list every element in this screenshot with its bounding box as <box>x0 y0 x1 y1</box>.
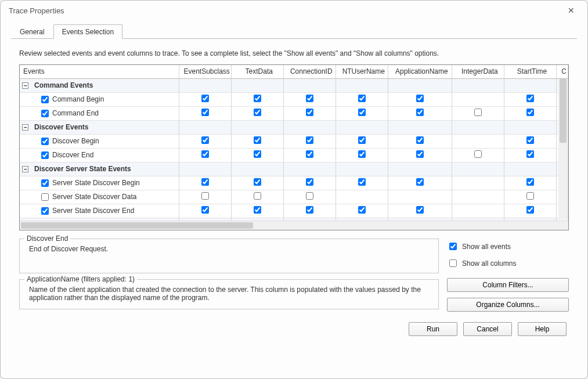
vertical-scrollbar-thumb[interactable] <box>560 79 567 143</box>
event-row[interactable]: Discover End <box>20 148 568 162</box>
cell-starttime-checkbox[interactable] <box>526 206 534 214</box>
cell-eventsubclass-checkbox[interactable] <box>201 206 209 214</box>
cell-starttime-checkbox[interactable] <box>526 192 534 200</box>
group-toggle-icon[interactable]: − <box>22 166 28 172</box>
column-buttons: Column Filters... Organize Columns... <box>447 277 569 313</box>
column-header-applicationname[interactable]: ApplicationName <box>388 65 452 78</box>
column-header-c[interactable]: C <box>556 65 568 78</box>
event-row-checkbox[interactable] <box>41 96 49 103</box>
show-all-columns-checkbox[interactable] <box>449 259 457 267</box>
cell-eventsubclass-checkbox[interactable] <box>201 136 209 144</box>
titlebar: Trace Properties ✕ <box>1 1 587 20</box>
column-header-events[interactable]: Events <box>20 65 179 78</box>
horizontal-scrollbar-thumb[interactable] <box>21 222 253 229</box>
cell-starttime-checkbox[interactable] <box>526 95 534 102</box>
cell-ntusername-checkbox[interactable] <box>358 150 366 158</box>
event-row[interactable]: Server State Discover Data <box>20 190 568 204</box>
event-row-label: Server State Discover Begin <box>52 179 140 187</box>
show-all-events-option[interactable]: Show all events <box>447 241 569 252</box>
event-row[interactable]: Command Begin <box>20 92 568 106</box>
column-header-starttime[interactable]: StartTime <box>504 65 556 78</box>
cell-ntusername-checkbox[interactable] <box>358 109 366 116</box>
cell-applicationname-checkbox[interactable] <box>416 109 424 116</box>
cell-connectionid-checkbox[interactable] <box>306 150 313 158</box>
events-grid: EventsEventSubclassTextDataConnectionIDN… <box>19 64 569 230</box>
cell-integerdata-checkbox-empty <box>452 204 504 218</box>
cell-connectionid-checkbox[interactable] <box>306 178 313 186</box>
cell-ntusername-checkbox[interactable] <box>358 206 366 214</box>
event-row[interactable]: Server State Discover End <box>20 204 568 218</box>
cell-starttime-checkbox[interactable] <box>526 109 534 116</box>
show-all-columns-option[interactable]: Show all columns <box>447 258 569 269</box>
cell-textdata-checkbox[interactable] <box>254 109 261 116</box>
cell-textdata-checkbox[interactable] <box>254 178 261 186</box>
cell-textdata-checkbox[interactable] <box>254 136 261 144</box>
column-filters-button[interactable]: Column Filters... <box>447 278 569 292</box>
event-description-box: Discover End End of Discover Request. <box>19 239 439 273</box>
cell-ntusername-checkbox[interactable] <box>358 178 366 186</box>
event-row[interactable]: Server State Discover Begin <box>20 176 568 190</box>
cell-ntusername-checkbox[interactable] <box>358 136 366 144</box>
cell-eventsubclass-checkbox[interactable] <box>201 109 209 116</box>
dialog-content: General Events Selection Review selected… <box>1 20 587 378</box>
cell-starttime-checkbox[interactable] <box>526 150 534 158</box>
vertical-scrollbar[interactable] <box>558 79 568 219</box>
cell-textdata-checkbox[interactable] <box>254 150 261 158</box>
organize-columns-button[interactable]: Organize Columns... <box>447 298 569 312</box>
tab-general[interactable]: General <box>11 24 53 39</box>
column-description-box: ApplicationName (filters applied: 1) Nam… <box>19 279 439 309</box>
event-row-checkbox[interactable] <box>41 207 49 215</box>
group-label: Discover Server State Events <box>34 165 131 173</box>
event-row-checkbox[interactable] <box>41 110 49 117</box>
cell-connectionid-checkbox[interactable] <box>306 95 313 102</box>
cell-starttime-checkbox[interactable] <box>526 136 534 144</box>
cancel-button[interactable]: Cancel <box>463 322 512 336</box>
cell-ntusername-checkbox[interactable] <box>358 95 366 102</box>
cell-textdata-checkbox[interactable] <box>254 192 261 200</box>
group-toggle-icon[interactable]: − <box>22 82 28 89</box>
cell-applicationname-checkbox[interactable] <box>416 206 424 214</box>
cell-eventsubclass-checkbox[interactable] <box>201 150 209 158</box>
cell-applicationname-checkbox[interactable] <box>416 150 424 158</box>
cell-connectionid-checkbox[interactable] <box>306 109 313 116</box>
horizontal-scrollbar[interactable] <box>20 221 568 230</box>
show-all-events-label: Show all events <box>462 243 511 251</box>
column-header-eventsubclass[interactable]: EventSubclass <box>179 65 231 78</box>
cell-starttime-checkbox[interactable] <box>526 178 534 186</box>
event-row-checkbox[interactable] <box>41 179 49 187</box>
cell-eventsubclass-checkbox[interactable] <box>201 192 209 200</box>
column-header-integerdata[interactable]: IntegerData <box>452 65 504 78</box>
event-row-checkbox[interactable] <box>41 193 49 201</box>
help-button[interactable]: Help <box>518 322 567 336</box>
show-all-columns-label: Show all columns <box>462 259 516 268</box>
event-row-label: Discover Begin <box>52 137 99 145</box>
event-row-label: Command End <box>52 109 99 117</box>
column-description-text: Name of the client application that crea… <box>29 286 431 302</box>
event-row[interactable]: Command End <box>20 106 568 120</box>
cell-textdata-checkbox[interactable] <box>254 95 261 102</box>
tab-events-selection[interactable]: Events Selection <box>53 24 122 39</box>
event-row-checkbox[interactable] <box>41 151 49 159</box>
event-row[interactable]: Discover Begin <box>20 134 568 148</box>
cell-integerdata-checkbox[interactable] <box>474 150 482 158</box>
cell-applicationname-checkbox[interactable] <box>416 95 424 102</box>
cell-eventsubclass-checkbox[interactable] <box>201 95 209 102</box>
column-header-textdata[interactable]: TextData <box>231 65 283 78</box>
cell-connectionid-checkbox[interactable] <box>306 136 313 144</box>
cell-textdata-checkbox[interactable] <box>254 206 261 214</box>
close-icon[interactable]: ✕ <box>563 3 579 17</box>
cell-applicationname-checkbox[interactable] <box>416 178 424 186</box>
run-button[interactable]: Run <box>409 322 457 336</box>
column-header-connectionid[interactable]: ConnectionID <box>283 65 336 78</box>
cell-integerdata-checkbox-empty <box>452 176 504 190</box>
cell-eventsubclass-checkbox[interactable] <box>201 178 209 186</box>
event-description-text: End of Discover Request. <box>29 245 431 253</box>
show-all-events-checkbox[interactable] <box>449 243 457 250</box>
event-row-checkbox[interactable] <box>41 138 49 145</box>
cell-connectionid-checkbox[interactable] <box>306 206 313 214</box>
cell-applicationname-checkbox[interactable] <box>416 136 424 144</box>
cell-connectionid-checkbox[interactable] <box>306 192 313 200</box>
cell-integerdata-checkbox[interactable] <box>474 109 482 116</box>
column-header-ntusername[interactable]: NTUserName <box>336 65 388 78</box>
group-toggle-icon[interactable]: − <box>22 124 28 131</box>
